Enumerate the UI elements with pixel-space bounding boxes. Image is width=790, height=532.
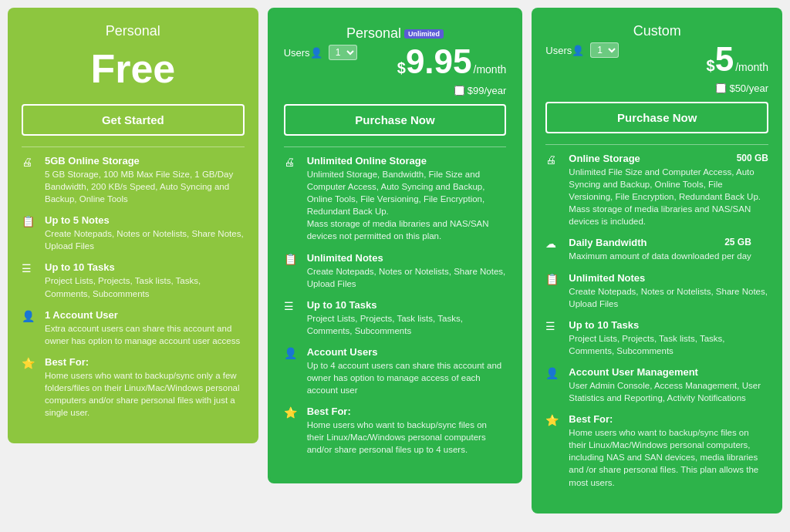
feature-desc: Home users who want to backup/sync only …: [45, 371, 239, 417]
list-item: 👤 1 Account User Extra account users can…: [22, 309, 245, 347]
feature-desc: Project Lists, Projects, Task lists, Tas…: [569, 334, 724, 355]
feature-title: Account User Management: [569, 366, 768, 378]
yearly-period: /year: [484, 85, 506, 96]
feature-title: Best For:: [45, 356, 245, 368]
divider-free: [22, 146, 245, 147]
plan-personal-free: Personal Free Get Started 🖨 5GB Online S…: [8, 8, 258, 443]
list-item: 👤 Account User Management User Admin Con…: [545, 366, 768, 404]
yearly-checkbox[interactable]: [454, 86, 464, 96]
price-yearly-custom: $50 /year: [716, 82, 768, 94]
plan-custom: Custom Users 👤 1 2 3 4 $ 5 /month: [532, 8, 782, 513]
yearly-price-custom: $50: [729, 82, 746, 94]
feature-desc: Unlimited Storage, Bandwidth, File Size …: [307, 170, 485, 216]
feature-list-unlimited: 🖨 Unlimited Online Storage Unlimited Sto…: [284, 155, 507, 456]
feature-title: Account Users: [307, 346, 507, 358]
users-label: Users: [545, 45, 572, 56]
users-select-custom[interactable]: 1 2 3 4: [590, 42, 619, 58]
price-main-custom: $ 5 /month: [707, 42, 768, 76]
list-item: 🖨 Online Storage 500 GB Unlimited File S…: [545, 153, 768, 227]
feature-desc: Create Notepads, Notes or Notelists, Sha…: [45, 229, 244, 251]
feature-title: 5GB Online Storage: [45, 155, 245, 167]
feature-desc: Up to 4 account users can share this acc…: [307, 361, 502, 395]
list-item: 📋 Unlimited Notes Create Notepads, Notes…: [545, 272, 768, 310]
feature-desc: Project Lists, Projects, Task lists, Tas…: [45, 276, 201, 298]
price-amount: 9.95: [406, 45, 472, 79]
feature-title: Up to 10 Tasks: [307, 299, 507, 311]
yearly-checkbox-custom[interactable]: [716, 83, 726, 93]
feature-title: 1 Account User: [45, 309, 245, 321]
feature-title: Unlimited Notes: [307, 252, 507, 264]
list-item: ☁ Daily Bandwidth 25 GB Maximum amount o…: [545, 237, 768, 262]
bandwidth-amount: 25 GB: [724, 237, 751, 247]
feature-title: Best For:: [569, 413, 768, 425]
list-item: 🖨 Unlimited Online Storage Unlimited Sto…: [284, 155, 507, 243]
tasks-icon: ☰: [545, 320, 562, 332]
pricing-container: Personal Free Get Started 🖨 5GB Online S…: [8, 8, 782, 513]
users-select[interactable]: 1 2 3 4: [329, 45, 357, 60]
tasks-icon: ☰: [22, 262, 39, 274]
list-item: ☰ Up to 10 Tasks Project Lists, Projects…: [22, 261, 245, 299]
bandwidth-icon: ☁: [545, 237, 562, 250]
feature-title: Unlimited Online Storage: [307, 155, 507, 167]
storage-icon: 🖨: [545, 153, 562, 166]
feature-list-custom: 🖨 Online Storage 500 GB Unlimited File S…: [545, 153, 768, 489]
price-period-custom: /month: [735, 61, 768, 73]
storage-icon: 🖨: [22, 156, 39, 168]
users-label: Users: [284, 47, 310, 59]
feature-desc: Project Lists, Projects, Task lists, Tas…: [307, 314, 463, 335]
purchase-now-button-custom[interactable]: Purchase Now: [545, 102, 768, 133]
feature-title: Up to 10 Tasks: [45, 261, 245, 273]
list-item: 👤 Account Users Up to 4 account users ca…: [284, 346, 507, 396]
feature-title: Up to 10 Tasks: [569, 319, 768, 331]
feature-desc: Extra account users can share this accou…: [45, 324, 240, 345]
feature-title: Best For:: [307, 406, 507, 417]
best-for-icon: ⭐: [545, 414, 562, 426]
feature-desc: Home users who want to backup/sync files…: [307, 420, 487, 454]
price-row: Users 👤 1 2 3 4 $ 9.95 /month $99: [284, 45, 507, 96]
user-icon: 👤: [22, 310, 39, 322]
feature-title: Online Storage 500 GB: [569, 153, 768, 164]
feature-extra: Mass storage of media libraries and NAS/…: [569, 204, 751, 226]
dollar-sign: $: [707, 57, 715, 75]
list-item: 🖨 5GB Online Storage 5 GB Storage, 100 M…: [22, 155, 245, 205]
feature-desc: Create Notepads, Notes or Notelists, Sha…: [307, 267, 506, 288]
feature-desc: 5 GB Storage, 100 MB Max File Size, 1 GB…: [45, 170, 233, 204]
storage-amount: 500 GB: [737, 153, 768, 163]
price-period: /month: [474, 63, 507, 76]
yearly-price: $99: [468, 85, 484, 96]
notes-icon: 📋: [22, 215, 39, 227]
purchase-now-button-unlimited[interactable]: Purchase Now: [284, 104, 507, 136]
storage-icon: 🖨: [284, 156, 301, 168]
list-item: ⭐ Best For: Home users who want to backu…: [22, 356, 245, 419]
divider-unlimited: [284, 146, 507, 147]
feature-title: Daily Bandwidth 25 GB: [569, 237, 751, 248]
feature-desc: Create Notepads, Notes or Notelists, Sha…: [569, 287, 768, 308]
notes-icon: 📋: [284, 253, 301, 265]
feature-title: Unlimited Notes: [569, 272, 768, 284]
price-row-custom: Users 👤 1 2 3 4 $ 5 /month $50: [545, 42, 768, 94]
plan-personal-unlimited: PersonalUnlimited Users 👤 1 2 3 4 $ 9.95…: [268, 8, 523, 483]
users-person-icon: 👤: [310, 47, 322, 59]
unlimited-badge: Unlimited: [404, 29, 444, 39]
price-amount-custom: 5: [715, 42, 734, 76]
users-person-icon: 👤: [572, 45, 584, 56]
list-item: ⭐ Best For: Home users who want to backu…: [284, 406, 507, 456]
notes-icon: 📋: [545, 273, 562, 285]
tasks-icon: ☰: [284, 300, 301, 312]
feature-title: Up to 5 Notes: [45, 214, 245, 226]
plan-title-unlimited: PersonalUnlimited: [284, 25, 507, 42]
user-mgmt-icon: 👤: [545, 367, 562, 379]
plan-price-free: Free: [22, 45, 245, 92]
feature-desc: User Admin Console, Access Management, U…: [569, 381, 761, 402]
divider-custom: [545, 144, 768, 145]
feature-extra: Mass storage of media libraries and NAS/…: [307, 219, 489, 241]
feature-list-free: 🖨 5GB Online Storage 5 GB Storage, 100 M…: [22, 155, 245, 419]
feature-desc: Home users who want to backup/sync files…: [569, 428, 758, 487]
feature-desc: Unlimited File Size and Computer Access,…: [569, 167, 761, 201]
list-item: 📋 Up to 5 Notes Create Notepads, Notes o…: [22, 214, 245, 252]
get-started-button[interactable]: Get Started: [22, 104, 245, 136]
users-row: Users 👤 1 2 3 4: [284, 45, 357, 60]
plan-title-free: Personal: [22, 23, 245, 39]
list-item: ⭐ Best For: Home users who want to backu…: [545, 413, 768, 488]
user-icon: 👤: [284, 347, 301, 359]
